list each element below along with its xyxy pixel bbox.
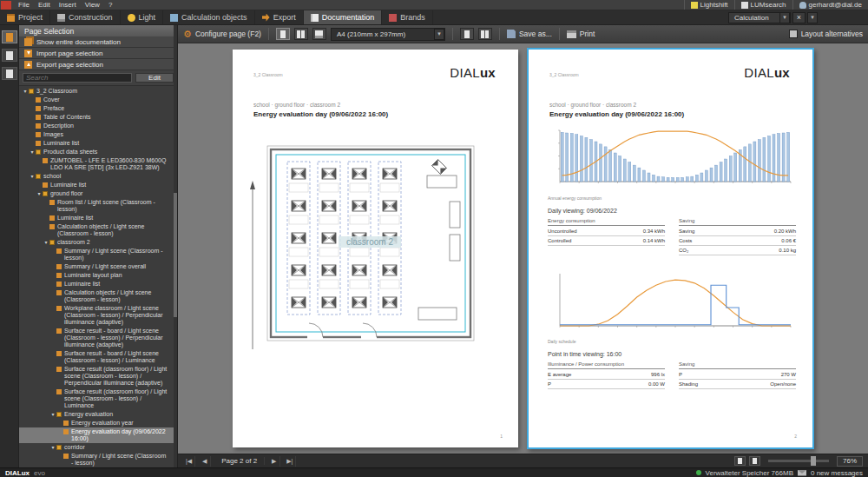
menu-[interactable]: ? [104,1,116,9]
tree-item-ground-floor[interactable]: ▾ground floor [19,189,177,198]
brands-icon [389,14,397,22]
zoom-fit-page-icon[interactable] [749,456,760,466]
previous-page-button[interactable]: ◀ [199,456,211,467]
tree-item-luminaire-list[interactable]: Luminaire list [19,181,177,189]
tree-item-energy-evaluation-year[interactable]: Energy evaluation year [19,419,177,427]
tree-scrollbar[interactable] [174,25,177,467]
point-in-time-table: Illuminance / Power consumptionE average… [548,361,796,389]
export-page-selection-button[interactable]: Export page selection [19,59,177,70]
tab-brands[interactable]: Brands [382,10,433,24]
tree-item-luminaire-layout-plan[interactable]: Luminaire layout plan [19,271,177,280]
menu-insert[interactable]: Insert [55,1,81,9]
last-page-button[interactable]: ▶| [284,456,296,467]
continuous-view-button[interactable] [312,28,326,40]
tree-item-cover[interactable]: Cover [19,96,177,104]
save-as-button[interactable]: Save as... [507,30,552,38]
messages-status[interactable]: 0 new messages [811,469,863,477]
tree-item-3-2-classroom[interactable]: ▾3_2 Classroom [19,87,177,96]
tree-item-energy-evaluation[interactable]: ▾Energy evaluation [19,410,177,419]
settings-panel-icon[interactable] [2,67,17,80]
expand-arrow-icon[interactable]: ▾ [49,444,56,451]
import-page-selection-button[interactable]: Import page selection [19,48,177,59]
document-canvas[interactable]: 3_2 Classroom DIALux school · ground flo… [178,43,868,454]
new-page-button[interactable] [460,28,474,40]
document-page-1[interactable]: 3_2 Classroom DIALux school · ground flo… [233,50,518,447]
image-panel-icon[interactable] [2,49,17,62]
show-entire-documentation-button[interactable]: Show entire documentation [19,36,177,48]
tree-item-surface-result-board-light-scene-classro[interactable]: Surface result - board / Light scene (Cl… [19,327,177,349]
tree-item-school[interactable]: ▾school [19,172,177,181]
lumsearch-button[interactable]: LUMsearch [734,0,792,10]
print-button[interactable]: Print [567,30,595,38]
messages-icon[interactable] [798,470,806,476]
tree-item-table-of-contents[interactable]: Table of Contents [19,113,177,122]
tab-documentation[interactable]: Documentation [304,10,383,24]
first-page-button[interactable]: |◀ [183,456,195,467]
tree-item-calculation-objects-light-scene-classroo[interactable]: Calculation objects / Light scene (Class… [19,222,177,238]
tree-item-calculation-objects-light-scene-classroo[interactable]: Calculation objects / Light scene (Class… [19,288,177,304]
expand-arrow-icon[interactable]: ▾ [22,88,29,95]
tree-item-summary-light-scene-classroom-lesson[interactable]: Summary / Light scene (Classroom - lesso… [19,452,177,467]
expand-arrow-icon[interactable]: ▾ [29,149,36,156]
tree-item-images[interactable]: Images [19,130,177,139]
expand-arrow-icon[interactable]: ▾ [29,173,36,180]
tab-construction[interactable]: Construction [50,10,121,24]
menu-view[interactable]: View [81,1,104,9]
tab-export[interactable]: Export [255,10,304,24]
cancel-calculation-button[interactable]: × [792,12,806,23]
tree-item-corridor[interactable]: ▾corridor [19,443,177,452]
page-selection-panel-icon[interactable] [2,30,17,43]
lightshift-label: Lightshift [700,1,728,9]
expand-arrow-icon[interactable]: ▾ [43,239,49,246]
expand-arrow-icon[interactable]: ▾ [36,190,43,197]
tree-item-classroom-2[interactable]: ▾classroom 2 [19,238,177,247]
tab-label: Calculation objects [181,13,247,22]
app-logo-icon [1,1,11,10]
tree-item-surface-result-board-light-scene-classro[interactable]: Surface result - board / Light scene (Cl… [19,349,177,365]
tree-item-label: Surface result (classroom floor) / Light… [64,366,168,387]
tree-item-luminaire-list[interactable]: Luminaire list [19,139,177,148]
tree-item-summary-light-scene-classroom-lesson[interactable]: Summary / Light scene (Classroom - lesso… [19,247,177,262]
export-icon [24,61,32,69]
table-column-header: Illuminance / Power consumption [548,361,665,369]
zoom-slider-thumb[interactable] [811,456,816,466]
tree-item-surface-result-classroom-floor-light-sce[interactable]: Surface result (classroom floor) / Light… [19,365,177,388]
tree-item-room-list-light-scene-classroom-lesson[interactable]: Room list / Light scene (Classroom - les… [19,198,177,214]
tab-light[interactable]: Light [121,10,164,24]
page-navigation-bar: |◀ ◀ Page 2 of 2 ▶ ▶| 76% [178,454,868,467]
calculation-dropdown[interactable]: Calculation ▾ [728,12,791,23]
tree-item-summary-light-scene-overall[interactable]: Summary / Light scene overall [19,262,177,271]
tree-item-surface-result-classroom-floor-light-sce[interactable]: Surface result (classroom floor) / Light… [19,388,177,410]
expand-arrow-icon[interactable]: ▾ [49,411,56,418]
calculation-options-caret[interactable]: ▾ [807,12,818,23]
configure-page-button[interactable]: ⚙ Configure page (F2) [183,30,261,39]
tab-calculation-objects[interactable]: Calculation objects [163,10,255,24]
search-input[interactable] [23,73,132,83]
menu-file[interactable]: File [14,1,34,9]
zoom-slider[interactable] [768,460,829,462]
chevron-down-icon[interactable]: ▾ [779,12,790,23]
zoom-fit-width-icon[interactable] [734,456,746,466]
tree-item-zumtobel-lfe-e-led3600-830-m600q-ldo-ka-[interactable]: ZUMTOBEL - LFE E LED3600-830 M600Q LDO K… [19,156,177,172]
edit-button[interactable]: Edit [135,73,174,83]
next-page-button[interactable]: ▶ [268,456,280,467]
layout-alternatives-button[interactable]: Layout alternatives [789,30,863,38]
tree-item-preface[interactable]: Preface [19,104,177,113]
tree-item-energy-evaluation-day-09-06-2022-16-00[interactable]: Energy evaluation day (09/06/2022 16:00) [19,427,177,443]
document-page-2-selected[interactable]: 3_2 Classroom DIALux school · ground flo… [527,48,814,449]
tree-item-description[interactable]: Description [19,122,177,130]
tree-item-luminaire-list[interactable]: Luminaire list [19,214,177,222]
lightshift-icon [691,2,698,9]
two-page-view-button[interactable] [294,28,308,40]
tree-item-product-data-sheets[interactable]: ▾Product data sheets [19,148,177,156]
account-button[interactable]: gerhardt@dial.de [792,0,868,10]
tree-item-luminaire-list[interactable]: Luminaire list [19,280,177,288]
paper-size-dropdown[interactable]: A4 (210mm x 297mm) ▾ [331,28,445,41]
folder-icon [56,445,62,450]
menu-edit[interactable]: Edit [34,1,55,9]
single-page-view-button[interactable] [276,28,290,40]
tab-project[interactable]: Project [0,10,50,24]
tree-item-workplane-classroom-light-scene-classroo[interactable]: Workplane classroom / Light scene (Class… [19,304,177,327]
duplicate-page-button[interactable] [478,28,492,40]
lightshift-button[interactable]: Lightshift [684,0,734,10]
